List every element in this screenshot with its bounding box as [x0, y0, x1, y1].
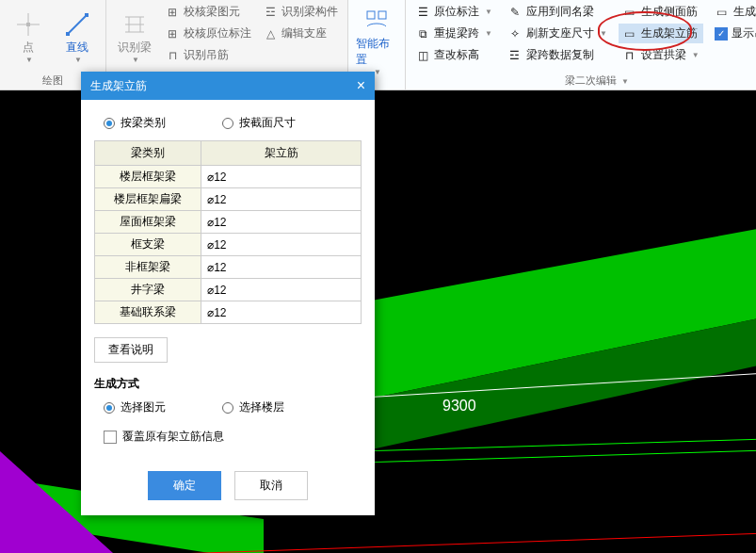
svg-line-3 — [68, 15, 87, 34]
hanger-icon: ⊓ — [165, 48, 180, 63]
annot-icon: ☰ — [415, 5, 430, 20]
table-row[interactable]: 楼层框架扁梁⌀12 — [95, 188, 362, 211]
dialog-titlebar: 生成架立筋 × — [81, 72, 375, 100]
member-icon: ☲ — [263, 5, 278, 20]
radio-by-element[interactable]: 选择图元 — [104, 399, 166, 415]
identify-beam-button: 识别梁 ▼ — [112, 2, 157, 72]
smart-icon — [362, 6, 392, 36]
refresh-support[interactable]: ✧刷新支座尺寸▼ — [504, 24, 611, 43]
copy-icon: ☲ — [507, 48, 523, 63]
set-arch-beam[interactable]: ⊓设置拱梁▼ — [619, 45, 703, 65]
dialog-title-text: 生成架立筋 — [90, 78, 147, 94]
chevron-down-icon: ▼ — [692, 51, 700, 59]
explain-button[interactable]: 查看说明 — [94, 337, 168, 363]
chevron-down-icon: ▼ — [25, 56, 33, 64]
copy-span-data[interactable]: ☲梁跨数据复制 — [504, 45, 611, 65]
check-icon: ⊞ — [165, 26, 180, 41]
col-type: 梁类别 — [95, 141, 201, 166]
gen-hanger[interactable]: ▭生成吊筋 — [711, 2, 756, 22]
svg-rect-5 — [85, 13, 88, 17]
table-row[interactable]: 楼层框架梁⌀12 — [95, 166, 362, 188]
line-label: 直线 — [66, 40, 88, 56]
beam-icon — [120, 9, 150, 40]
apply-same-beam[interactable]: ✎应用到同名梁 — [504, 2, 611, 22]
arch-icon: ⊓ — [622, 48, 637, 63]
edit-support: △编辑支座 — [259, 24, 342, 43]
chevron-down-icon: ▼ — [74, 56, 82, 64]
table-row[interactable]: 框支梁⌀12 — [95, 234, 362, 256]
elev-icon: ◫ — [415, 48, 430, 63]
apply-icon: ✎ — [507, 5, 523, 20]
identify-hanger: ⊓识别吊筋 — [161, 45, 255, 65]
radio-by-floor[interactable]: 选择楼层 — [222, 399, 284, 415]
svg-rect-4 — [66, 32, 70, 36]
gen-frame-bar[interactable]: ▭生成架立筋 — [619, 24, 703, 43]
chevron-down-icon: ▼ — [132, 56, 139, 64]
radio-icon — [222, 118, 233, 129]
line-button[interactable]: 直线 ▼ — [55, 2, 100, 72]
check-elevation[interactable]: ◫查改标高 — [411, 45, 496, 65]
table-row[interactable]: 井字梁⌀12 — [95, 279, 362, 301]
checkbox-icon[interactable] — [104, 431, 117, 444]
identify-member: ☲识别梁构件 — [259, 2, 342, 22]
close-icon[interactable]: × — [357, 77, 365, 94]
ok-button[interactable]: 确定 — [148, 471, 221, 500]
radio-icon — [222, 402, 233, 414]
dimension-label: 9300 — [442, 398, 476, 414]
radio-icon — [104, 118, 115, 129]
relift-span[interactable]: ⧉重提梁跨▼ — [411, 24, 496, 43]
checkbox-icon[interactable]: ✓ — [715, 27, 728, 41]
position-annotation[interactable]: ☰原位标注▼ — [411, 2, 496, 22]
gen-method-label: 生成方式 — [94, 376, 362, 392]
ribbon-group-edit: ☰原位标注▼ ⧉重提梁跨▼ ◫查改标高 ✎应用到同名梁 ✧刷新支座尺寸▼ ☲梁跨… — [406, 0, 756, 89]
radio-icon — [104, 402, 115, 414]
radio-by-type[interactable]: 按梁类别 — [104, 115, 166, 131]
point-label: 点 — [23, 40, 34, 56]
bar-table: 梁类别架立筋 楼层框架梁⌀12 楼层框架扁梁⌀12 屋面框架梁⌀12 框支梁⌀1… — [94, 140, 362, 324]
radio-by-section[interactable]: 按截面尺寸 — [222, 115, 296, 131]
side-bar-icon: ▭ — [622, 5, 637, 20]
show-hanger[interactable]: ✓显示吊筋 — [711, 24, 756, 43]
chevron-down-icon: ▼ — [621, 77, 629, 86]
line-icon — [62, 9, 92, 40]
svg-rect-6 — [367, 11, 375, 19]
chevron-down-icon: ▼ — [485, 8, 492, 16]
check-beam-element: ⊞校核梁图元 — [161, 2, 255, 22]
table-row[interactable]: 基础联系梁⌀12 — [95, 301, 362, 324]
chevron-down-icon: ▼ — [485, 29, 492, 38]
chevron-down-icon: ▼ — [600, 29, 607, 38]
chevron-down-icon: ▼ — [374, 68, 381, 76]
refresh-icon: ✧ — [507, 26, 523, 41]
group-label-edit: 梁二次编辑 — [565, 74, 617, 86]
check-icon: ⊞ — [165, 5, 180, 20]
smart-layout-button[interactable]: 智能布置 ▼ — [354, 2, 399, 80]
frame-bar-icon: ▭ — [622, 26, 637, 41]
identify-beam-label: 识别梁 — [118, 40, 152, 56]
svg-rect-7 — [378, 11, 386, 19]
smart-layout-label: 智能布置 — [356, 36, 397, 68]
check-position: ⊞校核原位标注 — [161, 24, 255, 43]
col-bar: 架立筋 — [201, 141, 362, 166]
span-icon: ⧉ — [415, 26, 430, 41]
table-row[interactable]: 非框架梁⌀12 — [95, 256, 362, 279]
gen-side-bar[interactable]: ▭生成侧面筋 — [619, 2, 703, 22]
table-row[interactable]: 屋面框架梁⌀12 — [95, 211, 362, 234]
support-icon: △ — [263, 26, 278, 41]
overwrite-check[interactable]: 覆盖原有架立筋信息 — [94, 425, 362, 448]
hanger-icon: ▭ — [715, 5, 730, 20]
gen-frame-bar-dialog: 生成架立筋 × 按梁类别 按截面尺寸 梁类别架立筋 楼层框架梁⌀12 楼层框架扁… — [81, 72, 375, 515]
cancel-button[interactable]: 取消 — [234, 471, 308, 500]
point-button: 点 ▼ — [6, 2, 51, 72]
point-icon — [13, 9, 43, 40]
